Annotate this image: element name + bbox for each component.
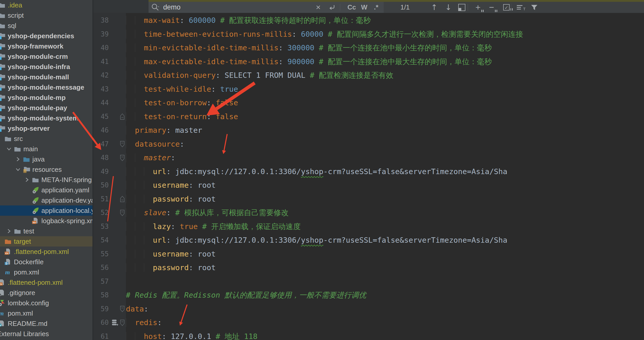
fold-marker[interactable] — [118, 206, 126, 220]
code-line-42[interactable]: 42 validation-query: SELECT 1 FROM DUAL … — [93, 69, 644, 82]
code-line-49[interactable]: 49 url: jdbc:mysql://127.0.0.1:3306/ysho… — [93, 165, 644, 179]
divider — [468, 4, 468, 11]
code-text: password: root — [126, 192, 644, 206]
next-occurrence-icon[interactable]: ↓ — [445, 2, 452, 13]
tree-item-yshop-module-mp[interactable]: yshop-module-mp — [0, 92, 93, 103]
code-line-44[interactable]: 44 test-on-borrow: false — [93, 96, 644, 110]
chevron-right-icon[interactable] — [6, 228, 12, 234]
chevron-right-icon[interactable] — [24, 176, 30, 183]
fold-marker[interactable] — [118, 316, 126, 330]
select-all-occurrences-icon[interactable] — [458, 2, 465, 13]
code-line-48[interactable]: 48 master: — [93, 151, 644, 165]
tree-item-test[interactable]: test — [0, 226, 93, 236]
match-case-toggle[interactable]: Cc — [347, 2, 356, 13]
filter-lines-icon[interactable]: T — [517, 2, 522, 13]
code-line-39[interactable]: 39 time-between-eviction-runs-millis: 60… — [93, 27, 644, 41]
toggle-occurrences-icon[interactable]: ✓ — [503, 2, 513, 13]
tree-item-pom-xml[interactable]: mpom.xml — [0, 308, 93, 318]
fold-marker[interactable] — [118, 302, 126, 316]
filter-icon[interactable] — [530, 2, 538, 13]
tree-item-yshop-server[interactable]: yshop-server — [0, 123, 93, 134]
add-occurrence-icon[interactable]: + — [475, 2, 484, 13]
tree-item-lombok-config[interactable]: lombok.config — [0, 298, 93, 308]
tree-item-readme-md[interactable]: README.md — [0, 318, 93, 329]
gutter-icon-slot — [111, 96, 118, 110]
tree-item-label: sql — [8, 22, 16, 30]
line-number: 49 — [93, 165, 111, 179]
code-area[interactable]: 38 max-wait: 600000 # 配置获取连接等待超时的时间，单位：毫… — [93, 13, 644, 340]
code-line-59[interactable]: 59data: — [93, 302, 644, 316]
code-line-56[interactable]: 56 password: root — [93, 261, 644, 275]
tree-item-external-libraries[interactable]: External Libraries — [0, 329, 93, 339]
fold-marker[interactable] — [118, 110, 126, 124]
tree-item-label: src — [14, 135, 23, 143]
fold-marker[interactable] — [118, 137, 126, 151]
code-line-55[interactable]: 55 username: root — [93, 247, 644, 261]
tree-item-label: .gitignore — [8, 289, 35, 297]
previous-occurrence-icon[interactable]: ↑ — [431, 2, 437, 13]
code-line-60[interactable]: 60 redis: — [93, 316, 644, 330]
code-line-43[interactable]: 43 test-while-idle: true — [93, 82, 644, 96]
newline-icon[interactable] — [328, 2, 336, 13]
close-icon[interactable]: × — [316, 2, 321, 13]
tree-item-dockerfile[interactable]: DDockerfile — [0, 257, 93, 267]
chevron-right-icon[interactable] — [15, 156, 21, 163]
gutter-icon-slot — [111, 192, 118, 206]
code-line-50[interactable]: 50 username: root — [93, 178, 644, 192]
tree-item-yshop-dependencies[interactable]: yshop-dependencies — [0, 31, 93, 41]
fold-marker[interactable] — [118, 151, 126, 165]
tree-item-target[interactable]: target — [0, 236, 93, 247]
search-icon[interactable] — [151, 2, 160, 13]
code-line-54[interactable]: 54 url: jdbc:mysql://127.0.0.1:3306/ysho… — [93, 233, 644, 247]
tree-item-yshop-module-message[interactable]: yshop-module-message — [0, 82, 93, 92]
chevron-down-icon[interactable] — [6, 146, 12, 152]
tree-item-idea[interactable]: .idea — [0, 0, 93, 10]
datasource-icon[interactable] — [111, 316, 118, 330]
tree-item-flattened-pom-xml[interactable]: <>.flattened-pom.xml — [0, 277, 93, 288]
chevron-down-icon[interactable] — [15, 166, 21, 173]
code-line-57[interactable]: 57 — [93, 275, 644, 289]
tree-item-label: External Libraries — [0, 330, 49, 338]
tree-item-sql[interactable]: sql — [0, 21, 93, 31]
regex-toggle[interactable]: .* — [374, 2, 378, 13]
fold-marker[interactable] — [118, 192, 126, 206]
code-line-52[interactable]: 52 slave: # 模拟从库，可根据自己需要修改 — [93, 206, 644, 220]
code-line-40[interactable]: 40 min-evictable-idle-time-millis: 30000… — [93, 41, 644, 55]
tree-item-meta-inf-spring[interactable]: META-INF.spring — [0, 175, 93, 185]
tree-item-flattened-pom-xml[interactable]: <>.flattened-pom.xml — [0, 247, 93, 257]
tree-item-yshop-module-pay[interactable]: yshop-module-pay — [0, 103, 93, 113]
tree-item-gitignore[interactable]: .gitignore — [0, 288, 93, 298]
tree-item-application-local-yaml[interactable]: application-local.yaml — [0, 205, 93, 216]
code-line-53[interactable]: 53 lazy: true # 开启懒加载，保证启动速度 — [93, 220, 644, 234]
svg-text:m: m — [0, 310, 4, 317]
code-line-61[interactable]: 61 host: 127.0.0.1 # 地址 118 — [93, 330, 644, 340]
tree-item-script[interactable]: script — [0, 10, 93, 21]
code-line-38[interactable]: 38 max-wait: 600000 # 配置获取连接等待超时的时间，单位：毫… — [93, 14, 644, 27]
tree-item-yshop-framework[interactable]: yshop-framework — [0, 41, 93, 51]
code-line-51[interactable]: 51 password: root — [93, 192, 644, 206]
tree-item-application-yaml[interactable]: application.yaml — [0, 185, 93, 195]
code-line-47[interactable]: 47 datasource: — [93, 137, 644, 151]
folder-icon — [0, 23, 5, 29]
tree-item-java[interactable]: java — [0, 154, 93, 164]
tree-item-main[interactable]: main — [0, 144, 93, 154]
code-line-58[interactable]: 58# Redis 配置。Redisson 默认的配置足够使用，一般不需要进行调… — [93, 288, 644, 302]
words-toggle[interactable]: W — [361, 2, 367, 13]
tree-item-logback-spring-xml[interactable]: <>logback-spring.xml — [0, 216, 93, 226]
tree-item-yshop-module-crm[interactable]: yshop-module-crm — [0, 51, 93, 62]
remove-occurrence-icon[interactable]: − — [489, 2, 498, 13]
folder-icon — [0, 12, 5, 18]
code-line-46[interactable]: 46 primary: master — [93, 124, 644, 137]
code-text — [126, 275, 644, 289]
tree-item-yshop-module-mall[interactable]: yshop-module-mall — [0, 72, 93, 82]
tree-item-yshop-module-system[interactable]: yshop-module-system — [0, 113, 93, 123]
code-line-41[interactable]: 41 max-evictable-idle-time-millis: 90000… — [93, 55, 644, 69]
search-query[interactable]: demo — [163, 2, 181, 13]
tree-item-yshop-module-infra[interactable]: yshop-module-infra — [0, 62, 93, 72]
tree-item-pom-xml[interactable]: mpom.xml — [0, 267, 93, 277]
code-line-45[interactable]: 45 test-on-return: false — [93, 110, 644, 124]
tree-item-src[interactable]: src — [0, 134, 93, 144]
tree-item-application-dev-yaml[interactable]: application-dev.yaml — [0, 195, 93, 205]
tree-item-resources[interactable]: resources — [0, 164, 93, 175]
module-icon — [0, 115, 5, 121]
